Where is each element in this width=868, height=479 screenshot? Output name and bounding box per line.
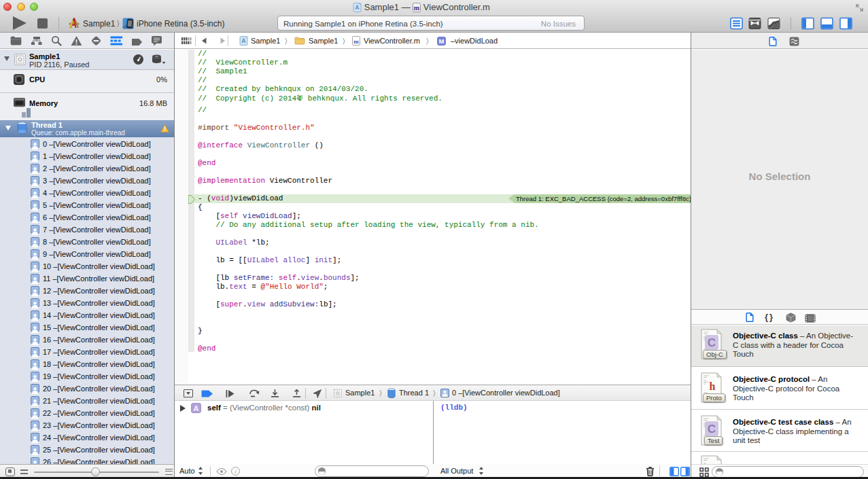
svg-text:C: C	[708, 336, 716, 349]
svg-text:C: C	[708, 423, 716, 436]
svg-text:M: M	[439, 37, 445, 45]
svg-text:m: m	[414, 4, 420, 12]
svg-text:h: h	[710, 380, 716, 392]
svg-text:m: m	[353, 38, 359, 45]
